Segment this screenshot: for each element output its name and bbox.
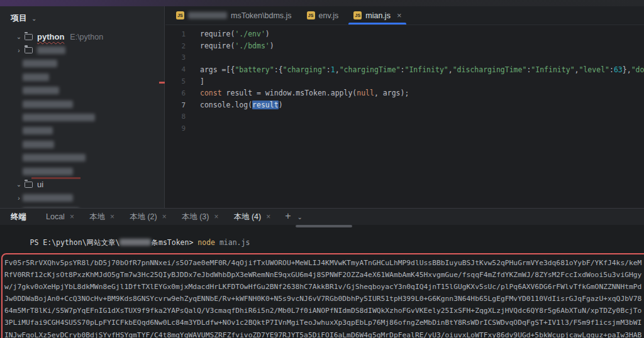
code-token: "dischargingTime" bbox=[453, 65, 527, 74]
editor-tab[interactable]: JSmian.js× bbox=[346, 6, 409, 25]
code-token: "battery" bbox=[235, 65, 274, 74]
code-line[interactable]: 7console.log(result) bbox=[165, 99, 644, 111]
js-file-icon: JS bbox=[353, 11, 362, 19]
code-line[interactable]: 1require('./env') bbox=[165, 28, 644, 40]
close-icon[interactable]: × bbox=[266, 212, 270, 221]
project-tree-item[interactable]: › bbox=[0, 43, 164, 57]
close-icon[interactable]: × bbox=[70, 212, 74, 221]
blurred-item-name bbox=[23, 154, 86, 161]
code-token: "Infinity" bbox=[531, 65, 574, 74]
prompt-path-suffix: 条msToken> bbox=[151, 238, 197, 247]
project-tree-item[interactable] bbox=[0, 57, 164, 70]
folder-icon bbox=[25, 47, 33, 53]
code-line[interactable]: 3 bbox=[165, 52, 644, 64]
terminal-output-line: 64m5MrT8lKi/S5W7pYqEFnIG1dXsTUX9f9fka2YA… bbox=[4, 305, 641, 317]
blurred-tab-text bbox=[188, 12, 227, 19]
close-icon[interactable]: × bbox=[110, 212, 114, 221]
code-token: , bbox=[448, 65, 453, 74]
code-token: }, bbox=[623, 65, 631, 74]
line-number: 8 bbox=[165, 112, 186, 121]
code-text: require('./env') bbox=[200, 30, 270, 38]
blurred-item-name bbox=[23, 101, 73, 108]
code-line[interactable]: 9 bbox=[165, 123, 644, 134]
code-line[interactable]: 6const result = window.msToken.apply(nul… bbox=[165, 87, 644, 99]
terminal-tab[interactable]: 本地 (3)× bbox=[179, 212, 222, 222]
terminal-tab[interactable]: 本地× bbox=[86, 212, 118, 222]
chevron-icon[interactable]: ⌄ bbox=[15, 181, 23, 188]
chevron-icon[interactable]: › bbox=[15, 195, 23, 202]
code-line[interactable]: 5] bbox=[165, 75, 644, 87]
project-tree-item[interactable] bbox=[0, 111, 164, 124]
new-terminal-button[interactable]: + bbox=[285, 210, 291, 222]
code-token: , args); bbox=[374, 89, 409, 97]
project-tree-item[interactable] bbox=[0, 151, 164, 165]
project-tree-item[interactable] bbox=[0, 97, 164, 111]
js-file-icon: JS bbox=[176, 11, 184, 19]
blurred-item-name bbox=[23, 74, 49, 81]
code-token: require( bbox=[200, 30, 235, 38]
close-icon[interactable]: × bbox=[397, 11, 402, 20]
blurred-item-name bbox=[23, 60, 57, 67]
terminal-output-line: Fv05r5RrVXQhv5psYR8l/bD5j70bOfR7pnNNxei/… bbox=[4, 257, 641, 269]
code-token: "charging" bbox=[283, 65, 326, 74]
terminal-tab[interactable]: Local× bbox=[43, 212, 77, 221]
blurred-item-name bbox=[23, 168, 73, 175]
chevron-down-icon[interactable]: ⌄ bbox=[31, 15, 36, 22]
project-tree-item[interactable] bbox=[0, 124, 164, 138]
terminal-output-line: INJwFqoLXz5evDCryb0BdjSYvfHSYqmTYF/C4t8m… bbox=[4, 329, 641, 338]
project-tree-item[interactable] bbox=[0, 165, 164, 178]
line-number: 5 bbox=[165, 77, 186, 85]
terminal-tab-label: Local bbox=[46, 212, 65, 221]
project-tree-item[interactable] bbox=[0, 84, 164, 97]
editor-tab[interactable]: JSmsToken\bdms.js bbox=[169, 6, 299, 25]
code-line[interactable]: 4args =[{"battery":{"charging":1,"chargi… bbox=[165, 63, 644, 75]
blurred-path-segment bbox=[119, 239, 151, 246]
code-token: ] bbox=[200, 77, 204, 86]
project-panel-header[interactable]: 项目 ⌄ bbox=[0, 6, 164, 24]
tree-item-label: ui bbox=[37, 180, 43, 189]
code-line[interactable]: 2require('./bdms') bbox=[165, 40, 644, 52]
code-token: : bbox=[401, 65, 405, 74]
red-underline-mark bbox=[31, 177, 80, 179]
code-token: : bbox=[326, 65, 331, 74]
scrollbar-thumb[interactable] bbox=[296, 225, 352, 227]
project-tree: ⌄pythonE:\python›⌄ui› bbox=[0, 30, 164, 218]
project-tree-item[interactable]: › bbox=[0, 192, 164, 205]
project-root-path: E:\python bbox=[70, 33, 103, 41]
terminal-output-line: Jw0DDWaBojAn0+CcQ3NOcHv+BM9Kds8GNSYcvrw9… bbox=[4, 293, 641, 305]
code-token: 63 bbox=[614, 65, 623, 74]
close-icon[interactable]: × bbox=[214, 212, 218, 221]
prompt-path: PS E:\python\网站文章\ bbox=[30, 238, 120, 247]
code-token: "doc bbox=[631, 65, 644, 74]
project-tree-item[interactable] bbox=[0, 138, 164, 151]
editor-tab-bar: JSmsToken\bdms.jsJSenv.jsJSmian.js× bbox=[165, 6, 644, 25]
error-stripe-mark bbox=[159, 82, 165, 84]
terminal-tab[interactable]: 本地 (2)× bbox=[126, 212, 170, 222]
code-token: , bbox=[335, 65, 340, 74]
code-line[interactable]: 8 bbox=[165, 111, 644, 123]
project-tree-item[interactable] bbox=[0, 70, 164, 84]
code-token: "level" bbox=[579, 65, 609, 74]
editor-tab[interactable]: JSenv.js bbox=[299, 6, 347, 25]
code-token: null bbox=[357, 89, 374, 97]
folder-icon bbox=[25, 34, 33, 40]
terminal-dropdown-icon[interactable]: ⌄ bbox=[297, 214, 303, 221]
terminal-output-line: RfV0RRf12cKjsOt8PxzKhMJdO5gTm7w3Hc25QIyB… bbox=[4, 269, 641, 281]
code-token: :{ bbox=[274, 65, 283, 74]
project-tree-item[interactable]: ⌄ui bbox=[0, 178, 164, 191]
code-text: const result = window.msToken.apply(null… bbox=[200, 89, 409, 97]
line-number: 2 bbox=[165, 42, 186, 50]
project-panel: 项目 ⌄ ⌄pythonE:\python›⌄ui› bbox=[0, 6, 165, 208]
code-editor[interactable]: 1require('./env')2require('./bdms')34arg… bbox=[165, 25, 644, 134]
terminal-tab-label: 本地 (2) bbox=[130, 212, 157, 222]
code-token: args =[{ bbox=[200, 65, 235, 74]
terminal-output-area[interactable]: PS E:\python\网站文章\条msToken> node mian.js… bbox=[0, 225, 644, 338]
project-tree-item[interactable]: ⌄pythonE:\python bbox=[0, 30, 164, 43]
chevron-icon[interactable]: ⌄ bbox=[15, 33, 23, 40]
line-number: 4 bbox=[165, 65, 186, 74]
chevron-icon[interactable]: › bbox=[15, 47, 23, 54]
terminal-panel: 终端 Local×本地×本地 (2)×本地 (3)×本地 (4)× + ⌄ PS… bbox=[0, 208, 644, 338]
terminal-command: node bbox=[197, 238, 215, 247]
close-icon[interactable]: × bbox=[162, 212, 167, 221]
terminal-tab[interactable]: 本地 (4)× bbox=[230, 212, 274, 222]
